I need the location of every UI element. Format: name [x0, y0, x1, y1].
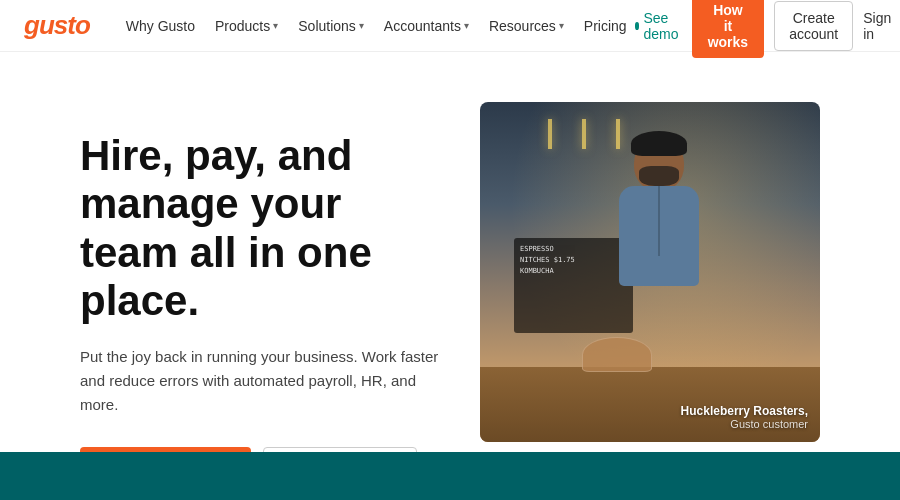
- nav-pricing[interactable]: Pricing: [576, 12, 635, 40]
- hero-image: ESPRESSO NITCHES $1.75 KOMBUCHA Hucklebe…: [480, 102, 820, 442]
- create-account-nav-button[interactable]: Create account: [774, 1, 853, 51]
- nav-why-gusto[interactable]: Why Gusto: [118, 12, 203, 40]
- nav-solutions[interactable]: Solutions ▾: [290, 12, 372, 40]
- products-chevron-icon: ▾: [273, 20, 278, 31]
- hero-left: Hire, pay, and manage your team all in o…: [80, 112, 480, 500]
- pastry-dome: [582, 337, 652, 372]
- image-caption: Huckleberry Roasters, Gusto customer: [681, 404, 808, 430]
- sign-in-nav-link[interactable]: Sign in: [863, 10, 891, 42]
- logo[interactable]: gusto: [24, 10, 90, 41]
- person-body: [619, 186, 699, 286]
- nav-actions: See demo How it works Create account Sig…: [635, 0, 892, 58]
- ceiling-light-1: [548, 119, 552, 149]
- accountants-chevron-icon: ▾: [464, 20, 469, 31]
- nav-products[interactable]: Products ▾: [207, 12, 286, 40]
- navbar: gusto Why Gusto Products ▾ Solutions ▾ A…: [0, 0, 900, 52]
- hero-heading: Hire, pay, and manage your team all in o…: [80, 132, 440, 325]
- resources-chevron-icon: ▾: [559, 20, 564, 31]
- hero-section: Hire, pay, and manage your team all in o…: [0, 52, 900, 500]
- nav-accountants[interactable]: Accountants ▾: [376, 12, 477, 40]
- person-head: [634, 136, 684, 191]
- see-demo-link[interactable]: See demo: [635, 10, 682, 42]
- footer-bar: [0, 452, 900, 500]
- how-it-works-button[interactable]: How it works: [692, 0, 764, 58]
- solutions-chevron-icon: ▾: [359, 20, 364, 31]
- caption-business-name: Huckleberry Roasters,: [681, 404, 808, 418]
- hero-scene: ESPRESSO NITCHES $1.75 KOMBUCHA Hucklebe…: [480, 102, 820, 442]
- hero-subtext: Put the joy back in running your busines…: [80, 345, 440, 417]
- caption-customer-label: Gusto customer: [681, 418, 808, 430]
- demo-dot-icon: [635, 22, 640, 30]
- nav-links: Why Gusto Products ▾ Solutions ▾ Account…: [118, 12, 635, 40]
- nav-resources[interactable]: Resources ▾: [481, 12, 572, 40]
